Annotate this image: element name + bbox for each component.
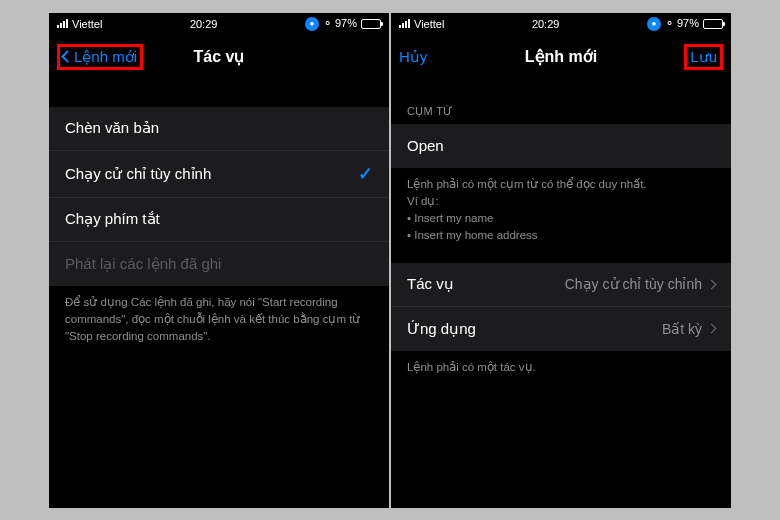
phrase-value: Open [407, 137, 444, 154]
checkmark-icon: ✓ [358, 163, 373, 185]
highlight-save: Lưu [684, 44, 723, 70]
row-label: Tác vụ [407, 275, 454, 293]
clock: 20:29 [190, 18, 218, 30]
carrier-label: Viettel [414, 18, 444, 30]
row-application[interactable]: Ứng dụng Bất kỳ [391, 307, 731, 351]
section-header-phrase: CỤM TỪ [391, 99, 731, 124]
recording-indicator-icon: ● [305, 17, 319, 31]
chevron-right-icon [707, 279, 717, 289]
cancel-button[interactable]: Hủy [399, 48, 427, 66]
battery-icon [361, 19, 381, 29]
list-footer: Để sử dụng Các lệnh đã ghi, hãy nói "Sta… [49, 286, 389, 354]
phone-right: Viettel 20:29 ● ⚬ 97% Hủy Lệnh mới Lưu C… [391, 13, 731, 508]
page-title: Lệnh mới [391, 47, 731, 66]
row-label: Ứng dụng [407, 320, 476, 338]
recording-indicator-icon: ● [647, 17, 661, 31]
clock: 20:29 [532, 18, 560, 30]
row-label: Chèn văn bản [65, 119, 159, 137]
row-label: Chạy cử chỉ tùy chỉnh [65, 165, 211, 183]
row-phrase[interactable]: Open [391, 124, 731, 168]
battery-icon [703, 19, 723, 29]
battery-percent: ⚬ 97% [665, 17, 699, 30]
nav-bar: Lệnh mới Tác vụ [49, 35, 389, 79]
row-action[interactable]: Tác vụ Chạy cử chỉ tùy chỉnh [391, 263, 731, 307]
row-shortcut[interactable]: Chạy phím tắt [49, 198, 389, 242]
signal-icon [57, 19, 68, 28]
status-bar: Viettel 20:29 ● ⚬ 97% [49, 13, 389, 35]
status-bar: Viettel 20:29 ● ⚬ 97% [391, 13, 731, 35]
row-label: Chạy phím tắt [65, 210, 160, 228]
nav-bar: Hủy Lệnh mới Lưu [391, 35, 731, 79]
phone-left: Viettel 20:29 ● ⚬ 97% Lệnh mới Tác vụ Ch… [49, 13, 389, 508]
highlight-back: Lệnh mới [57, 44, 143, 70]
signal-icon [399, 19, 410, 28]
row-value: Bất kỳ [662, 321, 702, 337]
save-button[interactable]: Lưu [690, 48, 717, 66]
row-label: Phát lại các lệnh đã ghi [65, 255, 221, 273]
row-value: Chạy cử chỉ tùy chỉnh [565, 276, 702, 292]
phrase-footer: Lệnh phải có một cụm từ có thể đọc duy n… [391, 168, 731, 253]
carrier-label: Viettel [72, 18, 102, 30]
row-insert-text[interactable]: Chèn văn bản [49, 107, 389, 151]
row-replay-recorded: Phát lại các lệnh đã ghi [49, 242, 389, 286]
back-button[interactable]: Lệnh mới [74, 48, 137, 66]
chevron-right-icon [707, 324, 717, 334]
battery-percent: ⚬ 97% [323, 17, 357, 30]
row-custom-gesture[interactable]: Chạy cử chỉ tùy chỉnh ✓ [49, 151, 389, 198]
section-footer: Lệnh phải có một tác vụ. [391, 351, 731, 384]
action-list: Chèn văn bản Chạy cử chỉ tùy chỉnh ✓ Chạ… [49, 107, 389, 286]
chevron-left-icon [61, 50, 74, 63]
